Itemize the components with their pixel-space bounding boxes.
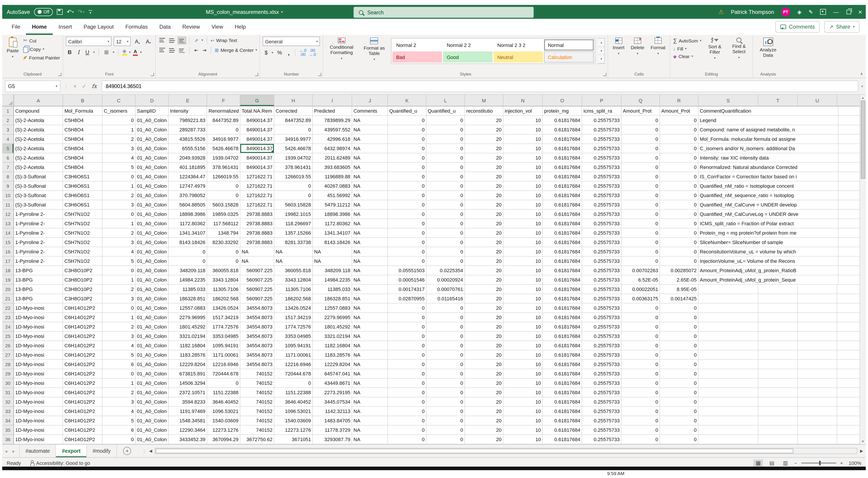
- cell-N23[interactable]: 10: [503, 313, 543, 322]
- cell-S5[interactable]: C_isomers and/or N_isomers: additional D…: [699, 144, 838, 153]
- cell-G21[interactable]: 560907.225: [240, 294, 274, 304]
- cell-C15[interactable]: 3: [102, 238, 135, 247]
- cell-B33[interactable]: C6H14O12P2: [63, 407, 102, 416]
- cell-A12[interactable]: 1-Pyrroline 2-: [14, 210, 63, 219]
- cell-J28[interactable]: NA: [352, 360, 388, 369]
- cell-I29[interactable]: 645747.041: [313, 369, 352, 379]
- cell-U25[interactable]: [798, 332, 837, 341]
- cell-S32[interactable]: [699, 397, 758, 407]
- cell-R13[interactable]: 0: [660, 219, 699, 228]
- close-button[interactable]: ×: [858, 8, 862, 15]
- cell-Q28[interactable]: 0: [621, 360, 660, 369]
- cell-O12[interactable]: 0.61817684: [543, 210, 582, 219]
- cell-G3[interactable]: 8490014.37: [240, 125, 274, 135]
- ribbon-display-options-icon[interactable]: [820, 9, 826, 15]
- cell-N16[interactable]: 10: [503, 247, 543, 257]
- cell-B35[interactable]: C6H14O12P2: [63, 425, 102, 435]
- cell-M7[interactable]: 20: [465, 163, 503, 172]
- cell-N13[interactable]: 10: [503, 219, 543, 228]
- column-header-F[interactable]: F: [207, 95, 240, 106]
- zoom-level[interactable]: 100%: [847, 460, 861, 466]
- grow-font-button[interactable]: A▴: [133, 38, 142, 45]
- cell-P30[interactable]: 0.25575733: [582, 379, 621, 388]
- cell-R19[interactable]: 2.65E-05: [660, 275, 699, 285]
- cell-G12[interactable]: 29738.8883: [240, 210, 274, 219]
- cell-P22[interactable]: 0.25575733: [582, 304, 621, 313]
- cell-R26[interactable]: 0: [660, 341, 699, 350]
- cell-E28[interactable]: 12229.8204: [169, 360, 207, 369]
- cell-P16[interactable]: 0.25575733: [582, 247, 621, 257]
- cell-N27[interactable]: 10: [503, 350, 543, 360]
- cell-Q7[interactable]: 0: [621, 163, 660, 172]
- row-header-19[interactable]: 19: [2, 275, 14, 285]
- cell-K25[interactable]: 0: [388, 332, 426, 341]
- cell-B36[interactable]: C6H14O12P2: [63, 435, 102, 444]
- cell-E33[interactable]: 1191.97469: [169, 407, 207, 416]
- cell-I25[interactable]: 3321.02194: [313, 332, 352, 341]
- cell-A1[interactable]: Compound: [14, 106, 63, 116]
- cell-L15[interactable]: 0: [426, 238, 465, 247]
- cell-style-normal-2-3-2[interactable]: Normal 2 3 2: [494, 39, 544, 50]
- cell-R18[interactable]: 0.00285072: [660, 266, 699, 275]
- format-as-table-button[interactable]: Format as Table▾: [360, 37, 389, 64]
- cell-L33[interactable]: 0: [426, 407, 465, 416]
- cell-C1[interactable]: C_isomers: [102, 106, 135, 116]
- row-header-14[interactable]: 14: [2, 228, 14, 238]
- cell-P23[interactable]: 0.25575733: [582, 313, 621, 322]
- cell-P18[interactable]: 0.25575733: [582, 266, 621, 275]
- cell-D26[interactable]: 01_A0_Colon: [135, 341, 169, 350]
- cell-D29[interactable]: 01_A0_Colon: [135, 369, 169, 379]
- name-box[interactable]: G5▾: [5, 80, 60, 92]
- cell-E23[interactable]: 2279.96995: [169, 313, 207, 322]
- cell-B18[interactable]: C3H8O10P2: [63, 266, 102, 275]
- cell-O34[interactable]: 0.61817684: [543, 416, 582, 425]
- sheet-tab-modify[interactable]: #modify: [87, 445, 117, 457]
- cell-I2[interactable]: 7839899.29: [313, 116, 352, 125]
- cell-D7[interactable]: 01_A0_Colon: [135, 163, 169, 172]
- cell-J32[interactable]: NA: [352, 397, 388, 407]
- row-header-34[interactable]: 34: [2, 416, 14, 425]
- cell-S1[interactable]: CommentQuantification: [699, 106, 838, 116]
- cell-R5[interactable]: 0: [660, 144, 699, 153]
- clear-button[interactable]: ◆Clear▾: [673, 54, 702, 59]
- cell-R11[interactable]: 0: [660, 200, 699, 210]
- cell-J16[interactable]: NA: [352, 247, 388, 257]
- cell-K7[interactable]: 0: [388, 163, 426, 172]
- cell-M36[interactable]: 20: [465, 435, 503, 444]
- cell-B25[interactable]: C6H14O12P2: [63, 332, 102, 341]
- column-header-C[interactable]: C: [102, 95, 135, 106]
- cell-U26[interactable]: [798, 341, 837, 350]
- paste-button[interactable]: Paste▾: [5, 37, 21, 60]
- cell-D18[interactable]: 01_A0_Colon: [135, 266, 169, 275]
- cell-N1[interactable]: injection_vol: [503, 106, 543, 116]
- cell-B31[interactable]: C6H14O12P2: [63, 388, 102, 397]
- cell-M24[interactable]: 20: [465, 322, 503, 332]
- cell-O6[interactable]: 0.61817684: [543, 153, 582, 163]
- cell-R12[interactable]: 0: [660, 210, 699, 219]
- cell-G33[interactable]: 740152: [240, 407, 274, 416]
- cell-U24[interactable]: [798, 322, 837, 332]
- cell-R28[interactable]: 0: [660, 360, 699, 369]
- cell-G9[interactable]: 1271622.71: [240, 181, 274, 191]
- cell-M9[interactable]: 20: [465, 181, 503, 191]
- cell-F14[interactable]: 1348.794: [207, 228, 240, 238]
- cell-E34[interactable]: 1548.34581: [169, 416, 207, 425]
- cell-I7[interactable]: 393.683605: [313, 163, 352, 172]
- align-right-button[interactable]: [178, 47, 186, 54]
- cell-I31[interactable]: 2273.29195: [313, 388, 352, 397]
- cell-B2[interactable]: C5H8O4: [63, 116, 102, 125]
- ribbon-tab-review[interactable]: Review: [177, 19, 206, 35]
- fill-color-chevron-down-icon[interactable]: ▾: [129, 50, 131, 54]
- cell-Q31[interactable]: 0: [621, 388, 660, 397]
- cell-R30[interactable]: 0: [660, 379, 699, 388]
- cell-H2[interactable]: 8447352.89: [274, 116, 313, 125]
- row-header-1[interactable]: 1: [2, 106, 14, 116]
- cell-C9[interactable]: 1: [102, 181, 135, 191]
- column-header-I[interactable]: I: [313, 95, 352, 106]
- cell-G15[interactable]: 29738.8883: [240, 238, 274, 247]
- cell-R3[interactable]: 0: [660, 125, 699, 135]
- cell-K18[interactable]: 0.05551503: [388, 266, 426, 275]
- ribbon-tab-formulas[interactable]: Formulas: [120, 19, 153, 35]
- cell-J8[interactable]: NA: [352, 172, 388, 181]
- cell-K16[interactable]: 0: [388, 247, 426, 257]
